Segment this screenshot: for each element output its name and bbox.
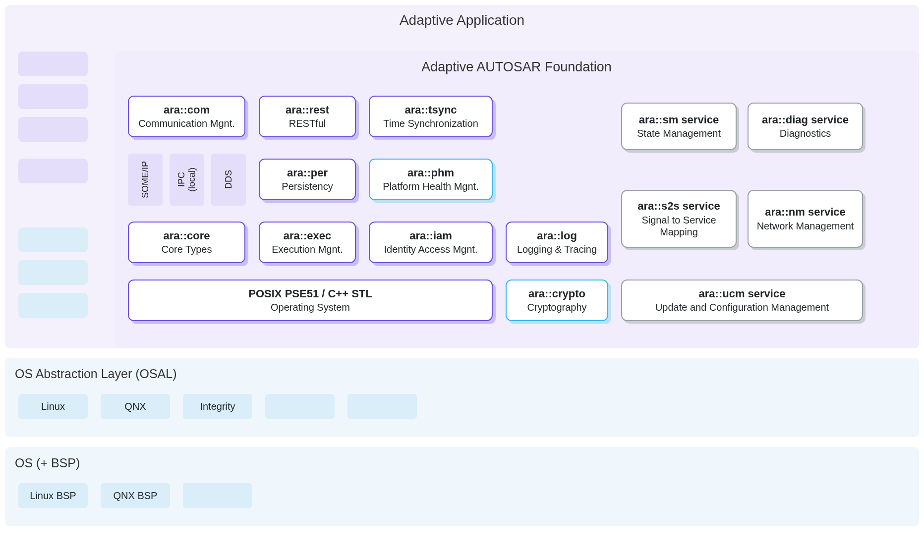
ara-diag-subtitle: Diagnostics [780,127,831,139]
osal-item-empty [347,394,417,419]
ara-log-subtitle: Logging & Tracing [517,243,597,255]
ara-log-title: ara::log [537,229,577,242]
adaptive-application-title: Adaptive Application [5,12,919,28]
ara-per-subtitle: Persistency [282,180,333,192]
ara-rest-title: ara::rest [286,104,329,116]
posix-subtitle: Operating System [271,301,350,313]
osbsp-title: OS (+ BSP) [15,456,80,470]
posix-box: POSIX PSE51 / C++ STL Operating System [128,280,493,321]
ara-rest-subtitle: RESTful [289,117,326,129]
osal-item-qnx: QNX [101,394,170,419]
ara-crypto-box: ara::crypto Cryptography [506,280,608,321]
ara-sm-box: ara::sm service State Management [621,103,737,150]
osal-item-label: QNX [124,401,146,412]
ara-sm-title: ara::sm service [639,113,719,126]
osbsp-item-empty [183,483,252,508]
ara-s2s-title: ara::s2s service [637,200,720,213]
ara-s2s-box: ara::s2s service Signal to Service Mappi… [621,190,737,248]
posix-title: POSIX PSE51 / C++ STL [248,287,372,300]
ara-exec-box: ara::exec Execution Mgnt. [259,222,356,263]
ara-iam-title: ara::iam [409,229,452,242]
placeholder-box [18,260,88,285]
ara-sm-subtitle: State Management [637,127,721,139]
ara-tsync-subtitle: Time Synchronization [383,117,478,129]
osal-item-empty [265,394,335,419]
placeholder-box [18,293,88,318]
dds-tab: DDS [211,154,246,206]
ara-ucm-subtitle: Update and Configuration Management [655,301,829,313]
osal-item-linux: Linux [18,394,88,419]
foundation-title: Adaptive AUTOSAR Foundation [114,59,919,75]
placeholder-box [18,117,88,142]
placeholder-box [18,159,88,183]
dds-label: DDS [224,170,234,189]
osbsp-item-label: QNX BSP [114,490,158,502]
ara-nm-title: ara::nm service [765,206,846,219]
osbsp-item-qnx: QNX BSP [101,483,170,508]
ara-diag-title: ara::diag service [762,113,849,126]
ara-crypto-title: ara::crypto [528,287,585,300]
ara-nm-subtitle: Network Management [757,220,854,232]
ara-log-box: ara::log Logging & Tracing [506,222,608,263]
ara-iam-subtitle: Identity Access Mgnt. [384,243,478,255]
ara-iam-box: ara::iam Identity Access Mgnt. [369,222,493,263]
ara-com-subtitle: Communication Mgnt. [138,117,235,129]
placeholder-box [18,52,88,76]
placeholder-box [18,84,88,109]
ipc-label: IPC (local) [176,168,197,192]
ara-phm-title: ara::phm [407,167,454,179]
ara-exec-subtitle: Execution Mgnt. [272,243,343,255]
ara-rest-box: ara::rest RESTful [259,96,356,137]
osbsp-item-label: Linux BSP [30,490,76,502]
ara-exec-title: ara::exec [284,229,332,242]
osal-item-integrity: Integrity [183,394,252,419]
ara-core-title: ara::core [163,229,210,242]
ara-ucm-box: ara::ucm service Update and Configuratio… [621,280,863,321]
ara-phm-subtitle: Platform Health Mgnt. [383,180,478,192]
ara-com-box: ara::com Communication Mgnt. [128,96,245,137]
osbsp-item-linux: Linux BSP [18,483,88,508]
ara-core-box: ara::core Core Types [128,222,245,263]
placeholder-box [18,227,88,252]
ara-per-box: ara::per Persistency [259,159,356,200]
osal-item-label: Integrity [200,401,235,412]
someip-tab: SOME/IP [128,154,163,206]
ara-diag-box: ara::diag service Diagnostics [748,103,863,150]
ara-s2s-subtitle: Signal to Service Mapping [622,214,736,238]
ara-com-title: ara::com [164,104,210,116]
ara-tsync-title: ara::tsync [404,104,457,116]
osal-item-label: Linux [41,401,65,412]
ara-phm-box: ara::phm Platform Health Mgnt. [369,159,493,200]
osal-title: OS Abstraction Layer (OSAL) [15,367,177,381]
ipc-tab: IPC (local) [170,154,204,206]
someip-label: SOME/IP [140,161,151,198]
ara-nm-box: ara::nm service Network Management [748,190,863,248]
ara-tsync-box: ara::tsync Time Synchronization [369,96,493,137]
ara-core-subtitle: Core Types [162,243,212,255]
ara-ucm-title: ara::ucm service [699,287,786,300]
ara-per-title: ara::per [287,167,328,179]
ara-crypto-subtitle: Cryptography [527,301,586,313]
